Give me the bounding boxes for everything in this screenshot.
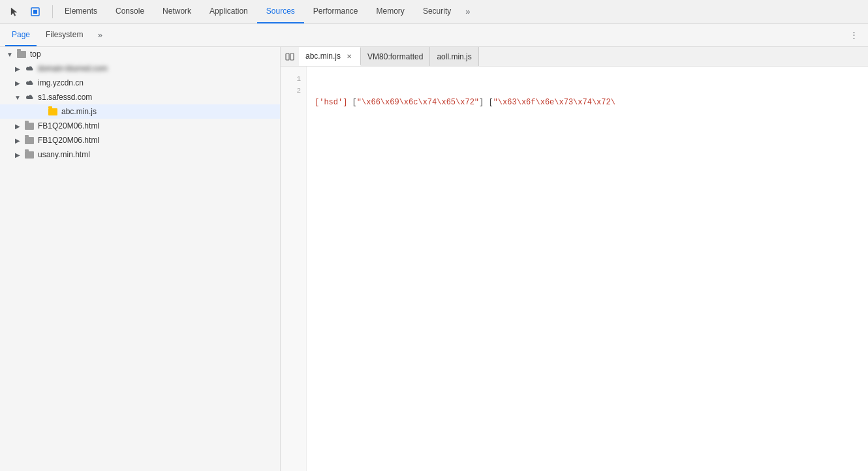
- code-tab-vm80[interactable]: VM80:formatted: [361, 47, 430, 66]
- tree-item-s1-safessd[interactable]: ▼ s1.safessd.com: [0, 90, 280, 104]
- tree-item-top[interactable]: ▼ top: [0, 47, 280, 61]
- folder-icon: [24, 121, 35, 131]
- code-line-1: ['hsd'] ["\x66\x69\x6c\x74\x65\x72"] ["\…: [315, 97, 615, 108]
- svg-rect-3: [290, 53, 294, 60]
- code-tabs: abc.min.js ✕ VM80:formatted aoll.min.js: [281, 47, 868, 67]
- folder-icon: [24, 149, 35, 160]
- code-tab-aoll-min-js[interactable]: aoll.min.js: [430, 47, 478, 66]
- file-tree-panel: ▼ top ▶ domain-blurred.com ▶: [0, 47, 281, 471]
- svg-rect-2: [286, 53, 289, 60]
- more-tabs-icon[interactable]: »: [92, 27, 108, 43]
- code-tab-label: aoll.min.js: [437, 52, 471, 61]
- chevron-down-icon: ▼: [5, 50, 14, 59]
- svg-rect-1: [33, 10, 37, 14]
- line-numbers: 1 2: [281, 67, 307, 471]
- code-tab-label: VM80:formatted: [367, 52, 423, 61]
- code-line-2: [315, 132, 615, 144]
- cloud-icon: [24, 92, 35, 102]
- sub-tab-filesystem[interactable]: Filesystem: [39, 23, 89, 46]
- toolbar-divider: [52, 5, 53, 18]
- chevron-down-icon: ▼: [13, 93, 22, 102]
- collapse-sidebar-icon[interactable]: [281, 48, 299, 66]
- tree-item-label: domain-blurred.com: [38, 64, 108, 73]
- tab-list: Elements Console Network Application Sou…: [55, 0, 863, 23]
- folder-icon: [24, 135, 35, 145]
- tree-item-label: FB1Q20M06.html: [38, 121, 99, 130]
- code-tab-abc-min-js[interactable]: abc.min.js ✕: [299, 47, 361, 66]
- sub-toolbar: Page Filesystem » ⋮: [0, 23, 868, 47]
- cloud-icon: [24, 78, 35, 88]
- close-tab-icon[interactable]: ✕: [345, 52, 354, 61]
- tree-item-fb1q20m06-2[interactable]: ▶ FB1Q20M06.html: [0, 133, 280, 147]
- toolbar-icons: [5, 3, 44, 21]
- tab-network[interactable]: Network: [153, 0, 200, 23]
- tab-elements[interactable]: Elements: [55, 0, 106, 23]
- tree-item-usany-min-html[interactable]: ▶ usany.min.html: [0, 147, 280, 162]
- chevron-right-icon: ▶: [13, 150, 22, 159]
- tree-item-label: s1.safessd.com: [38, 93, 92, 102]
- tab-memory[interactable]: Memory: [367, 0, 414, 23]
- folder-open-icon: [16, 49, 27, 59]
- chevron-right-icon: ▶: [13, 121, 22, 130]
- cloud-icon: [24, 63, 35, 74]
- tree-item-img-yzcdn[interactable]: ▶ img.yzcdn.cn: [0, 76, 280, 90]
- inspect-icon[interactable]: [26, 3, 44, 21]
- cursor-icon[interactable]: [5, 3, 23, 21]
- tab-console[interactable]: Console: [106, 0, 153, 23]
- tree-item-fb1q20m06-1[interactable]: ▶ FB1Q20M06.html: [0, 119, 280, 133]
- chevron-right-icon: ▶: [13, 64, 22, 73]
- tree-item-abc-min-js[interactable]: ▶ abc.min.js: [0, 104, 280, 119]
- tree-item-label: img.yzcdn.cn: [38, 78, 84, 87]
- sub-toolbar-menu-icon[interactable]: ⋮: [845, 26, 863, 44]
- tree-item-label: top: [30, 50, 41, 59]
- tab-application[interactable]: Application: [200, 0, 257, 23]
- sub-tab-page[interactable]: Page: [5, 23, 37, 46]
- chevron-right-icon: ▶: [13, 78, 22, 87]
- tab-security[interactable]: Security: [414, 0, 460, 23]
- chevron-right-icon: ▶: [13, 136, 22, 145]
- tab-more-icon[interactable]: »: [460, 0, 475, 23]
- code-content: ['hsd'] ["\x66\x69\x6c\x74\x65\x72"] ["\…: [307, 67, 623, 471]
- main-content: ▼ top ▶ domain-blurred.com ▶: [0, 47, 868, 471]
- tab-performance[interactable]: Performance: [304, 0, 367, 23]
- devtools-toolbar: Elements Console Network Application Sou…: [0, 0, 868, 23]
- code-panel: abc.min.js ✕ VM80:formatted aoll.min.js …: [281, 47, 868, 471]
- tree-item-label: usany.min.html: [38, 150, 90, 159]
- code-tab-label: abc.min.js: [305, 52, 341, 61]
- file-icon: [48, 106, 58, 117]
- code-editor[interactable]: 1 2 ['hsd'] ["\x66\x69\x6c\x74\x65\x72"]…: [281, 67, 868, 471]
- tree-item-domain1[interactable]: ▶ domain-blurred.com: [0, 61, 280, 76]
- tree-item-label: abc.min.js: [61, 107, 97, 116]
- tree-item-label: FB1Q20M06.html: [38, 136, 99, 145]
- tab-sources[interactable]: Sources: [257, 0, 304, 23]
